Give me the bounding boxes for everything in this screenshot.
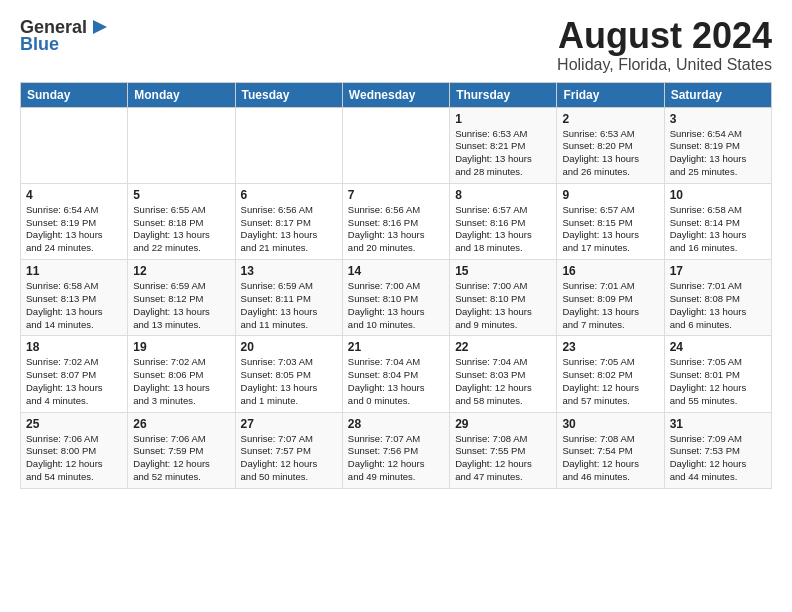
day-number: 11 <box>26 264 122 278</box>
col-monday: Monday <box>128 82 235 107</box>
calendar-cell: 30Sunrise: 7:08 AM Sunset: 7:54 PM Dayli… <box>557 412 664 488</box>
calendar-cell: 13Sunrise: 6:59 AM Sunset: 8:11 PM Dayli… <box>235 260 342 336</box>
calendar-week-5: 25Sunrise: 7:06 AM Sunset: 8:00 PM Dayli… <box>21 412 772 488</box>
calendar-cell: 11Sunrise: 6:58 AM Sunset: 8:13 PM Dayli… <box>21 260 128 336</box>
main-title: August 2024 <box>557 16 772 56</box>
day-number: 10 <box>670 188 766 202</box>
day-number: 7 <box>348 188 444 202</box>
day-number: 22 <box>455 340 551 354</box>
day-info: Sunrise: 6:56 AM Sunset: 8:17 PM Dayligh… <box>241 204 337 255</box>
day-number: 6 <box>241 188 337 202</box>
calendar-table: Sunday Monday Tuesday Wednesday Thursday… <box>20 82 772 489</box>
day-info: Sunrise: 7:05 AM Sunset: 8:01 PM Dayligh… <box>670 356 766 407</box>
day-number: 20 <box>241 340 337 354</box>
day-info: Sunrise: 7:09 AM Sunset: 7:53 PM Dayligh… <box>670 433 766 484</box>
calendar-week-2: 4Sunrise: 6:54 AM Sunset: 8:19 PM Daylig… <box>21 183 772 259</box>
day-info: Sunrise: 7:04 AM Sunset: 8:04 PM Dayligh… <box>348 356 444 407</box>
logo-icon <box>89 16 111 38</box>
day-info: Sunrise: 6:53 AM Sunset: 8:20 PM Dayligh… <box>562 128 658 179</box>
day-number: 15 <box>455 264 551 278</box>
calendar-cell: 27Sunrise: 7:07 AM Sunset: 7:57 PM Dayli… <box>235 412 342 488</box>
day-number: 28 <box>348 417 444 431</box>
svg-marker-0 <box>93 20 107 34</box>
col-saturday: Saturday <box>664 82 771 107</box>
day-number: 5 <box>133 188 229 202</box>
calendar-cell: 18Sunrise: 7:02 AM Sunset: 8:07 PM Dayli… <box>21 336 128 412</box>
day-info: Sunrise: 6:54 AM Sunset: 8:19 PM Dayligh… <box>26 204 122 255</box>
day-number: 16 <box>562 264 658 278</box>
day-info: Sunrise: 7:01 AM Sunset: 8:09 PM Dayligh… <box>562 280 658 331</box>
day-info: Sunrise: 7:00 AM Sunset: 8:10 PM Dayligh… <box>348 280 444 331</box>
calendar-cell: 24Sunrise: 7:05 AM Sunset: 8:01 PM Dayli… <box>664 336 771 412</box>
calendar-cell: 22Sunrise: 7:04 AM Sunset: 8:03 PM Dayli… <box>450 336 557 412</box>
day-number: 17 <box>670 264 766 278</box>
calendar-cell: 4Sunrise: 6:54 AM Sunset: 8:19 PM Daylig… <box>21 183 128 259</box>
day-number: 31 <box>670 417 766 431</box>
calendar-cell: 20Sunrise: 7:03 AM Sunset: 8:05 PM Dayli… <box>235 336 342 412</box>
day-info: Sunrise: 7:08 AM Sunset: 7:54 PM Dayligh… <box>562 433 658 484</box>
calendar-cell: 10Sunrise: 6:58 AM Sunset: 8:14 PM Dayli… <box>664 183 771 259</box>
subtitle: Holiday, Florida, United States <box>557 56 772 74</box>
day-info: Sunrise: 6:55 AM Sunset: 8:18 PM Dayligh… <box>133 204 229 255</box>
day-number: 14 <box>348 264 444 278</box>
day-number: 19 <box>133 340 229 354</box>
day-number: 1 <box>455 112 551 126</box>
header: General Blue August 2024 Holiday, Florid… <box>20 16 772 74</box>
day-number: 18 <box>26 340 122 354</box>
day-number: 9 <box>562 188 658 202</box>
day-info: Sunrise: 7:07 AM Sunset: 7:56 PM Dayligh… <box>348 433 444 484</box>
calendar-cell: 21Sunrise: 7:04 AM Sunset: 8:04 PM Dayli… <box>342 336 449 412</box>
calendar-cell: 23Sunrise: 7:05 AM Sunset: 8:02 PM Dayli… <box>557 336 664 412</box>
calendar-week-3: 11Sunrise: 6:58 AM Sunset: 8:13 PM Dayli… <box>21 260 772 336</box>
day-info: Sunrise: 7:00 AM Sunset: 8:10 PM Dayligh… <box>455 280 551 331</box>
calendar-cell: 2Sunrise: 6:53 AM Sunset: 8:20 PM Daylig… <box>557 107 664 183</box>
day-number: 12 <box>133 264 229 278</box>
day-info: Sunrise: 7:06 AM Sunset: 7:59 PM Dayligh… <box>133 433 229 484</box>
day-number: 2 <box>562 112 658 126</box>
day-info: Sunrise: 7:04 AM Sunset: 8:03 PM Dayligh… <box>455 356 551 407</box>
day-info: Sunrise: 6:59 AM Sunset: 8:11 PM Dayligh… <box>241 280 337 331</box>
day-info: Sunrise: 6:57 AM Sunset: 8:16 PM Dayligh… <box>455 204 551 255</box>
calendar-cell: 19Sunrise: 7:02 AM Sunset: 8:06 PM Dayli… <box>128 336 235 412</box>
calendar-week-1: 1Sunrise: 6:53 AM Sunset: 8:21 PM Daylig… <box>21 107 772 183</box>
col-wednesday: Wednesday <box>342 82 449 107</box>
calendar-cell: 5Sunrise: 6:55 AM Sunset: 8:18 PM Daylig… <box>128 183 235 259</box>
calendar-cell <box>342 107 449 183</box>
day-info: Sunrise: 6:57 AM Sunset: 8:15 PM Dayligh… <box>562 204 658 255</box>
day-number: 26 <box>133 417 229 431</box>
calendar-cell: 17Sunrise: 7:01 AM Sunset: 8:08 PM Dayli… <box>664 260 771 336</box>
calendar-week-4: 18Sunrise: 7:02 AM Sunset: 8:07 PM Dayli… <box>21 336 772 412</box>
calendar-cell: 12Sunrise: 6:59 AM Sunset: 8:12 PM Dayli… <box>128 260 235 336</box>
logo: General Blue <box>20 16 111 55</box>
day-number: 25 <box>26 417 122 431</box>
day-info: Sunrise: 7:01 AM Sunset: 8:08 PM Dayligh… <box>670 280 766 331</box>
day-number: 21 <box>348 340 444 354</box>
calendar-cell: 28Sunrise: 7:07 AM Sunset: 7:56 PM Dayli… <box>342 412 449 488</box>
day-number: 29 <box>455 417 551 431</box>
day-info: Sunrise: 6:56 AM Sunset: 8:16 PM Dayligh… <box>348 204 444 255</box>
calendar-cell: 29Sunrise: 7:08 AM Sunset: 7:55 PM Dayli… <box>450 412 557 488</box>
calendar-cell: 1Sunrise: 6:53 AM Sunset: 8:21 PM Daylig… <box>450 107 557 183</box>
day-number: 4 <box>26 188 122 202</box>
day-info: Sunrise: 6:58 AM Sunset: 8:14 PM Dayligh… <box>670 204 766 255</box>
day-info: Sunrise: 6:53 AM Sunset: 8:21 PM Dayligh… <box>455 128 551 179</box>
calendar-header: Sunday Monday Tuesday Wednesday Thursday… <box>21 82 772 107</box>
calendar-cell: 16Sunrise: 7:01 AM Sunset: 8:09 PM Dayli… <box>557 260 664 336</box>
calendar-cell: 26Sunrise: 7:06 AM Sunset: 7:59 PM Dayli… <box>128 412 235 488</box>
day-number: 8 <box>455 188 551 202</box>
day-info: Sunrise: 7:07 AM Sunset: 7:57 PM Dayligh… <box>241 433 337 484</box>
col-sunday: Sunday <box>21 82 128 107</box>
col-thursday: Thursday <box>450 82 557 107</box>
calendar-cell <box>21 107 128 183</box>
day-number: 13 <box>241 264 337 278</box>
day-info: Sunrise: 7:03 AM Sunset: 8:05 PM Dayligh… <box>241 356 337 407</box>
calendar-cell: 7Sunrise: 6:56 AM Sunset: 8:16 PM Daylig… <box>342 183 449 259</box>
calendar-cell: 31Sunrise: 7:09 AM Sunset: 7:53 PM Dayli… <box>664 412 771 488</box>
day-info: Sunrise: 6:58 AM Sunset: 8:13 PM Dayligh… <box>26 280 122 331</box>
day-number: 30 <box>562 417 658 431</box>
calendar-cell: 8Sunrise: 6:57 AM Sunset: 8:16 PM Daylig… <box>450 183 557 259</box>
day-info: Sunrise: 7:06 AM Sunset: 8:00 PM Dayligh… <box>26 433 122 484</box>
calendar-cell: 9Sunrise: 6:57 AM Sunset: 8:15 PM Daylig… <box>557 183 664 259</box>
header-row: Sunday Monday Tuesday Wednesday Thursday… <box>21 82 772 107</box>
calendar-cell: 6Sunrise: 6:56 AM Sunset: 8:17 PM Daylig… <box>235 183 342 259</box>
